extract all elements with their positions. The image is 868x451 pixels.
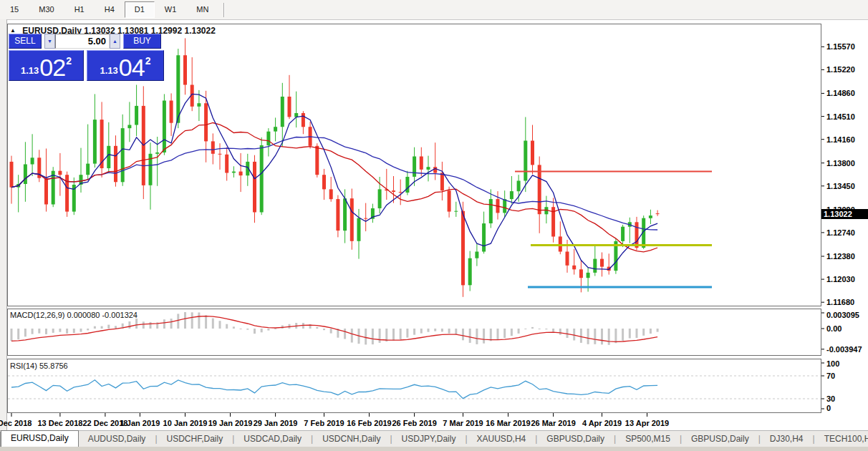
buy-price-prefix: 1.13 [100, 65, 118, 76]
price-axis-label: 1.12030 [826, 275, 855, 283]
chart-tab-eurusd-daily[interactable]: EURUSD,Daily [1, 430, 79, 447]
macd-value-main: 0.000080 [67, 311, 100, 319]
ohlc-close: 1.13022 [185, 26, 216, 36]
chart-tab-usdjpy-daily[interactable]: USDJPY,Daily [392, 432, 466, 447]
macd-axis-label: 0.003095 [826, 311, 859, 319]
chart-tab-sp500-m15[interactable]: SP500,M15 [616, 432, 680, 447]
price-axis-label: 1.11680 [826, 298, 854, 306]
date-axis-label: 19 Jan 2019 [208, 419, 253, 427]
status-strip [0, 446, 868, 451]
date-axis-label: 16 Feb 2019 [347, 419, 391, 427]
date-axis-label: 13 Dec 2018 [37, 419, 82, 427]
timeframe-button-15[interactable]: 15 [0, 1, 29, 18]
left-frame-gutter [0, 19, 7, 446]
volume-input[interactable]: 5.00 [55, 34, 110, 49]
timeframe-button-w1[interactable]: W1 [155, 1, 187, 18]
sell-price-button[interactable]: 1.13 02 2 [9, 50, 84, 81]
spin-up-icon: ▲ [112, 39, 117, 44]
timeframe-button-m30[interactable]: M30 [29, 1, 64, 18]
chart-tab-usdchf-daily[interactable]: USDCHF,Daily [158, 432, 233, 447]
sell-price-digits: 02 [39, 57, 65, 78]
rsi-axis-label: 0 [826, 404, 831, 412]
price-axis-label: 1.12380 [826, 252, 855, 261]
price-axis-label: 1.14160 [826, 135, 855, 144]
volume-increase-button[interactable]: ▲ [110, 34, 120, 49]
chart-tab-xauusd-h4[interactable]: XAUUSD,H4 [468, 432, 536, 447]
price-axis-label: 1.13800 [826, 159, 855, 168]
date-axis-label: 26 Feb 2019 [392, 419, 436, 427]
macd-value-signal: -0.001324 [102, 311, 138, 319]
buy-price-digits: 04 [119, 57, 145, 78]
one-click-trading-panel: SELL ▼ 5.00 ▲ BUY 1.13 02 2 1.13 04 2 [9, 34, 164, 81]
date-axis-label: 26 Mar 2019 [531, 419, 575, 427]
current-price-box: 1.13022 [821, 209, 868, 219]
date-axis-label: 1 Jan 2019 [120, 419, 160, 427]
chart-tab-dj30-h4[interactable]: DJ30,H4 [761, 432, 813, 447]
chart-tab-usdcnh-daily[interactable]: USDCNH,Daily [313, 432, 390, 447]
buy-price-button[interactable]: 1.13 04 2 [87, 50, 164, 81]
timeframe-button-h1[interactable]: H1 [64, 1, 95, 18]
chart-tab-audusd-daily[interactable]: AUDUSD,Daily [79, 432, 155, 447]
chart-tab-bar: EURUSD,DailyAUDUSD,Daily|USDCHF,Daily|US… [0, 430, 868, 447]
date-axis-label: 29 Jan 2019 [254, 419, 298, 427]
rsi-value: 55.8756 [39, 362, 68, 370]
chart-tab-gbpusd-daily[interactable]: GBPUSD,Daily [537, 432, 614, 447]
chart-tab-gbpusd-daily[interactable]: GBPUSD,Daily [682, 432, 758, 447]
timeframe-button-h4[interactable]: H4 [95, 1, 125, 18]
macd-title: MACD(12,26,9) [10, 311, 64, 319]
rsi-label: RSI(14) 55.8756 [10, 362, 68, 370]
rsi-axis-label: 70 [826, 372, 835, 380]
macd-axis-label: -0.003947 [826, 345, 862, 354]
sell-price-pip: 2 [66, 55, 72, 67]
rsi-title: RSI(14) [10, 362, 37, 370]
buy-button[interactable]: BUY [123, 34, 161, 49]
date-axis-label: 7 Mar 2019 [443, 419, 483, 427]
timeframe-button-mn[interactable]: MN [186, 1, 218, 18]
date-axis-label: 4 Dec 2018 [0, 419, 32, 427]
price-axis-label: 1.15570 [826, 42, 855, 51]
macd-label: MACD(12,26,9) 0.000080 -0.001324 [10, 311, 138, 319]
trading-terminal-window: 15M30H1H4D1W1MN ▲ EURUSD,Daily 1.13032 1… [0, 0, 868, 451]
rsi-axis-label: 100 [826, 359, 839, 368]
chart-tab-tech100-h1[interactable]: TECH100,H1 [815, 432, 868, 447]
date-axis-label: 10 Jan 2019 [163, 419, 208, 427]
rsi-indicator-panel[interactable] [7, 359, 821, 413]
date-axis-label: 13 Apr 2019 [625, 419, 669, 427]
sell-button[interactable]: SELL [9, 34, 42, 49]
date-axis-label: 7 Feb 2019 [304, 419, 344, 427]
rsi-axis-label: 30 [826, 394, 835, 403]
price-axis-label: 1.14860 [826, 89, 855, 97]
spin-down-icon: ▼ [47, 39, 52, 44]
collapse-triangle-icon[interactable]: ▲ [10, 27, 16, 34]
price-axis-label: 1.13450 [826, 182, 855, 190]
macd-axis-label: 0.00 [826, 324, 842, 333]
price-axis-label: 1.15220 [826, 65, 855, 74]
date-axis-label: 16 Mar 2019 [486, 419, 530, 427]
buy-price-pip: 2 [145, 55, 151, 67]
sell-price-prefix: 1.13 [21, 65, 39, 76]
volume-decrease-button[interactable]: ▼ [44, 34, 55, 49]
price-axis-label: 1.12740 [826, 228, 855, 237]
timeframe-toolbar: 15M30H1H4D1W1MN [0, 0, 868, 20]
timeframe-button-d1[interactable]: D1 [125, 1, 155, 18]
date-axis-label: 4 Apr 2019 [582, 419, 622, 427]
chart-tab-usdcad-daily[interactable]: USDCAD,Daily [234, 432, 311, 447]
price-axis-label: 1.14510 [826, 112, 855, 121]
toolbar-separator [223, 3, 225, 17]
